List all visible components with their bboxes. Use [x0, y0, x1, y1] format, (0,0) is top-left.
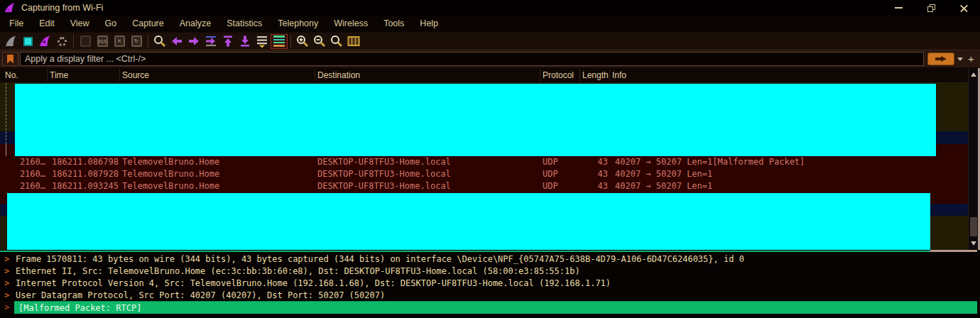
packet-details-pane: > Frame 1570811: 43 bytes on wire (344 b… [0, 252, 980, 301]
cell-destination: DESKTOP-UF8TFU3-Home.local [317, 181, 451, 191]
menu-go[interactable]: Go [97, 16, 125, 32]
detail-row-frame[interactable]: > Frame 1570811: 43 bytes on wire (344 b… [0, 253, 980, 265]
detail-row-ethernet[interactable]: > Ethernet II, Src: TelemovelBruno.Home … [0, 265, 980, 278]
title-bar: Capturing from Wi-Fi [0, 0, 980, 16]
auto-scroll-toggle-icon[interactable] [254, 33, 271, 50]
cell-info: 40207 → 50207 Len=1[Malformed Packet] [615, 157, 805, 167]
scrollbar-thumb[interactable] [970, 217, 977, 236]
packet-list-header: No. Time Source Destination Protocol Len… [0, 67, 980, 83]
packet-row[interactable]: 2160… 186211.086798 TelemovelBruno.Home … [0, 156, 968, 168]
expand-chevron-icon[interactable]: > [4, 266, 9, 276]
save-capture-file-icon[interactable]: 010 [94, 33, 111, 50]
menu-tools[interactable]: Tools [376, 16, 412, 32]
cell-length: 43 [577, 181, 608, 191]
zoom-out-icon[interactable] [311, 33, 328, 50]
reload-capture-file-icon[interactable]: ↻ [128, 33, 145, 50]
filter-bookmark-button[interactable] [2, 52, 18, 66]
packet-row[interactable]: 2160… 186211.087928 TelemovelBruno.Home … [0, 168, 968, 180]
display-filter-bar: + [0, 50, 980, 67]
toolbar-separator [148, 35, 148, 48]
scroll-down-button[interactable] [969, 237, 979, 250]
toolbar-separator [290, 35, 291, 48]
find-packet-icon[interactable] [151, 33, 168, 50]
close-capture-file-icon[interactable]: ✕ [111, 33, 128, 50]
go-first-packet-icon[interactable] [219, 33, 236, 50]
minimize-icon [895, 7, 903, 9]
scroll-up-button[interactable] [969, 68, 979, 81]
packet-row[interactable]: 2160… 186211.093245 TelemovelBruno.Home … [0, 180, 968, 192]
column-header-destination[interactable]: Destination [317, 70, 360, 80]
cell-time: 186211.087928 [52, 169, 119, 179]
column-divider[interactable] [579, 69, 580, 82]
expand-chevron-icon[interactable]: > [4, 302, 9, 312]
resize-columns-icon[interactable] [345, 33, 362, 50]
related-packet-dashed-line [6, 83, 6, 144]
malformed-packet-label: [Malformed Packet: RTCP] [18, 303, 141, 313]
capture-options-icon[interactable] [53, 33, 70, 50]
column-divider[interactable] [47, 69, 48, 82]
colorize-packets-icon[interactable] [271, 33, 288, 50]
cell-protocol: UDP [543, 157, 558, 167]
column-header-length[interactable]: Length [582, 70, 609, 80]
menu-telephony[interactable]: Telephony [270, 16, 326, 32]
column-divider[interactable] [540, 69, 540, 82]
go-back-icon[interactable] [168, 33, 185, 50]
cell-length: 43 [577, 169, 608, 179]
column-header-source[interactable]: Source [122, 70, 149, 80]
go-to-packet-icon[interactable] [202, 33, 219, 50]
packet-list-scrollbar[interactable] [968, 68, 978, 250]
go-forward-icon[interactable] [185, 33, 202, 50]
detail-row-udp[interactable]: > User Datagram Protocol, Src Port: 4020… [0, 290, 980, 302]
cell-time: 186211.093245 [52, 181, 119, 191]
expand-chevron-icon[interactable]: > [4, 290, 9, 300]
apply-arrow-icon [934, 55, 948, 62]
go-last-packet-icon[interactable] [236, 33, 254, 50]
expand-chevron-icon[interactable]: > [4, 278, 9, 288]
column-header-info[interactable]: Info [612, 70, 626, 80]
column-divider[interactable] [609, 69, 610, 82]
column-divider[interactable] [315, 69, 315, 82]
detail-text: Frame 1570811: 43 bytes on wire (344 bit… [16, 254, 744, 264]
minimize-button[interactable] [882, 0, 915, 16]
menu-capture[interactable]: Capture [124, 16, 171, 32]
cell-destination: DESKTOP-UF8TFU3-Home.local [317, 157, 451, 167]
restore-button[interactable] [915, 0, 947, 16]
selected-row-highlight[interactable]: [Malformed Packet: RTCP] [14, 301, 977, 314]
detail-text: User Datagram Protocol, Src Port: 40207 … [16, 290, 385, 300]
chevron-down-icon [957, 57, 963, 61]
highlighted-rows-block[interactable] [7, 193, 930, 250]
detail-row-ip[interactable]: > Internet Protocol Version 4, Src: Tele… [0, 278, 980, 290]
menu-statistics[interactable]: Statistics [219, 16, 270, 32]
expand-chevron-icon[interactable]: > [4, 254, 9, 264]
detail-row-malformed-selected[interactable]: > [Malformed Packet: RTCP] [0, 301, 980, 314]
menu-view[interactable]: View [62, 16, 97, 32]
menu-wireless[interactable]: Wireless [326, 16, 376, 32]
chevron-up-icon [971, 72, 976, 77]
cell-destination: DESKTOP-UF8TFU3-Home.local [317, 169, 451, 179]
zoom-original-icon[interactable] [328, 33, 345, 50]
cell-no: 2160… [0, 181, 45, 191]
column-header-no[interactable]: No. [5, 70, 18, 80]
menu-file[interactable]: File [1, 16, 31, 32]
highlighted-rows-block[interactable] [15, 84, 936, 156]
restart-capture-icon[interactable] [36, 33, 53, 50]
zoom-in-icon[interactable] [294, 33, 311, 50]
detail-text: Internet Protocol Version 4, Src: Telemo… [16, 278, 611, 288]
filter-dropdown-button[interactable] [954, 53, 965, 65]
column-divider[interactable] [119, 69, 120, 82]
menu-help[interactable]: Help [412, 16, 446, 32]
menu-analyze[interactable]: Analyze [172, 16, 219, 32]
cell-time: 186211.086798 [52, 157, 119, 167]
apply-filter-button[interactable] [927, 53, 954, 65]
display-filter-input[interactable] [20, 52, 924, 66]
main-toolbar: 010 ✕ ↻ [0, 32, 980, 50]
stop-capture-icon[interactable] [19, 33, 36, 50]
close-button[interactable] [947, 0, 980, 16]
column-header-time[interactable]: Time [50, 70, 68, 80]
menu-edit[interactable]: Edit [31, 16, 62, 32]
packet-list: 2160… 186211.086798 TelemovelBruno.Home … [0, 83, 968, 250]
column-header-protocol[interactable]: Protocol [543, 70, 574, 80]
add-filter-button[interactable]: + [965, 53, 977, 65]
open-capture-file-icon[interactable] [77, 33, 94, 50]
wireshark-fin-icon[interactable] [2, 33, 19, 50]
